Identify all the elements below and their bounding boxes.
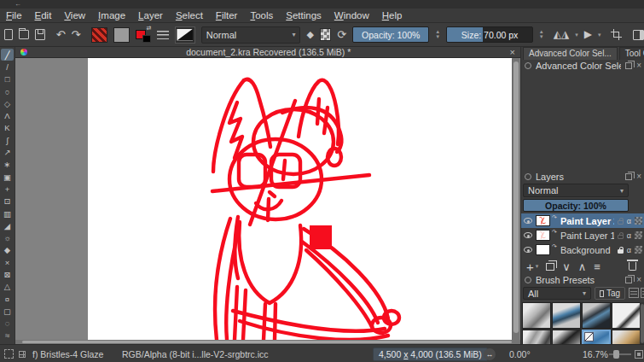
layer-properties-icon[interactable]: ≡	[594, 260, 600, 273]
menu-item[interactable]: Settings	[286, 10, 322, 20]
menu-item[interactable]: Edit	[35, 10, 52, 20]
zoom-fit-icon[interactable]	[635, 350, 643, 359]
add-layer-button[interactable]: +	[526, 260, 534, 274]
tool-icon[interactable]: ▥	[1, 207, 14, 219]
document-titlebar[interactable]: document_2.kra Recovered (136.5 MiB) * ×	[15, 47, 520, 58]
docker-collapse-icon[interactable]	[525, 277, 531, 283]
tool-icon[interactable]: Λ	[1, 109, 14, 121]
fg-bg-colors[interactable]: ⇄	[136, 26, 151, 43]
move-layer-down-icon[interactable]: ∨	[562, 260, 571, 273]
tool-icon[interactable]: ∫	[1, 134, 14, 146]
memory-status-icon[interactable]	[19, 351, 26, 358]
tool-icon[interactable]: ≈	[1, 330, 14, 342]
layer-blending-dropdown[interactable]: Normal ▾	[523, 184, 629, 197]
pattern-swatch[interactable]	[113, 27, 130, 43]
redo-icon[interactable]: ↷	[72, 29, 81, 40]
tool-icon[interactable]: ◆	[1, 244, 14, 256]
layer-row[interactable]: ↷ Paint Layer 1 α	[521, 228, 644, 242]
float-docker-icon[interactable]	[625, 173, 632, 180]
opacity-spinner[interactable]: ▲▼	[435, 30, 440, 39]
tool-icon[interactable]: ○	[1, 85, 14, 97]
trim-canvas-icon[interactable]	[611, 29, 620, 40]
blending-mode-dropdown[interactable]: Normal ▾	[201, 26, 301, 44]
canvas-page[interactable]	[88, 58, 512, 340]
close-document-icon[interactable]: ×	[510, 47, 515, 57]
tool-icon[interactable]: ▢	[1, 305, 14, 317]
tool-icon[interactable]: ☼	[1, 231, 14, 243]
tool-icon[interactable]: ⊡	[1, 196, 14, 207]
back-arrow-icon[interactable]: ←	[15, 0, 21, 8]
tab-advanced-color-selector[interactable]: Advanced Color Sel...	[523, 47, 618, 60]
list-view-icon[interactable]	[629, 288, 639, 298]
undo-icon[interactable]: ↶	[56, 29, 66, 40]
tool-icon[interactable]: ◢	[1, 219, 14, 231]
inherit-alpha-icon[interactable]	[635, 246, 642, 254]
tool-icon[interactable]: /	[1, 61, 14, 73]
menu-item[interactable]: View	[64, 10, 85, 20]
grid-view-icon[interactable]	[641, 288, 644, 298]
mirror-options-caret[interactable]: ▾	[575, 29, 578, 40]
layer-name[interactable]: Paint Layer 2	[560, 216, 614, 226]
tool-icon[interactable]: +	[1, 183, 14, 195]
tool-icon[interactable]: ↗	[1, 146, 14, 158]
menu-item[interactable]: Select	[176, 10, 203, 20]
mirror-horizontal-icon[interactable]: ◭◮	[554, 29, 569, 40]
delete-layer-icon[interactable]	[629, 262, 636, 271]
layer-thumbnail[interactable]	[536, 244, 550, 255]
inherit-alpha-icon[interactable]	[635, 231, 642, 239]
image-dimensions[interactable]: 4,500 x 4,000 (136.5 MiB)	[373, 347, 488, 361]
tool-icon[interactable]: K	[1, 122, 14, 134]
tool-icon[interactable]: ¤	[1, 293, 14, 305]
tab-tool-options[interactable]: Tool Op...	[619, 47, 644, 60]
size-spinner[interactable]: ▲▼	[539, 30, 544, 39]
brush-editor-button[interactable]	[175, 26, 195, 44]
tool-icon[interactable]: △	[1, 281, 14, 293]
menu-item[interactable]: Window	[334, 10, 369, 20]
new-document-icon[interactable]	[4, 29, 13, 40]
tool-icon[interactable]: ▣	[1, 171, 14, 183]
duplicate-layer-icon[interactable]	[546, 263, 554, 271]
save-icon[interactable]	[35, 29, 45, 40]
layer-visibility-icon[interactable]	[524, 232, 532, 238]
open-document-icon[interactable]	[19, 30, 29, 39]
alpha-lock-icon[interactable]: α	[627, 246, 631, 254]
menu-item[interactable]: Layer	[138, 10, 163, 20]
layer-thumbnail[interactable]	[536, 230, 550, 241]
tool-icon[interactable]: □	[1, 73, 14, 85]
close-docker-icon[interactable]: ×	[636, 173, 641, 180]
lock-icon[interactable]	[618, 235, 624, 239]
tool-icon[interactable]: ⊠	[1, 268, 14, 280]
menu-item[interactable]: Image	[98, 10, 125, 20]
brush-preset[interactable]	[522, 302, 551, 329]
tool-icon[interactable]: ◌	[1, 318, 14, 330]
preserve-alpha-icon[interactable]	[320, 28, 331, 41]
brush-preset[interactable]	[582, 302, 611, 329]
background-color[interactable]	[142, 35, 151, 43]
selection-status-icon[interactable]	[4, 349, 14, 359]
layer-name[interactable]: Paint Layer 1	[560, 231, 614, 241]
swap-colors-icon[interactable]: ⇄	[146, 25, 151, 32]
layer-opacity-slider[interactable]: Opacity: 100%	[523, 199, 629, 212]
zoom-slider[interactable]	[609, 353, 631, 355]
brush-preset[interactable]	[612, 302, 640, 329]
tool-icon[interactable]: ╱	[1, 49, 14, 61]
tool-icon[interactable]: ◇	[1, 97, 14, 109]
brush-preset[interactable]	[552, 302, 581, 329]
layer-row[interactable]: ↷ Paint Layer 2 α	[521, 213, 644, 228]
show-dockers-icon[interactable]	[633, 30, 644, 40]
add-layer-caret[interactable]: ▾	[536, 263, 539, 270]
docker-collapse-icon[interactable]	[525, 62, 531, 69]
opacity-slider[interactable]: Opacity: 100%	[352, 26, 429, 43]
swap-dimensions-icon[interactable]: ↔	[484, 348, 496, 360]
close-docker-icon[interactable]: ×	[636, 277, 641, 283]
tool-icon[interactable]: ×	[1, 256, 14, 268]
menu-item[interactable]: File	[6, 10, 22, 20]
eraser-mode-icon[interactable]: ◆	[306, 29, 313, 40]
close-docker-icon[interactable]: ×	[636, 62, 641, 69]
menu-item[interactable]: Tools	[250, 10, 273, 20]
wrap-options-caret[interactable]: ▾	[598, 29, 601, 40]
tag-button[interactable]: Tag	[595, 287, 625, 300]
zoom-slider-handle[interactable]	[613, 350, 619, 359]
layer-row[interactable]: ↷ Background α	[521, 242, 644, 257]
lock-icon[interactable]	[618, 220, 624, 225]
